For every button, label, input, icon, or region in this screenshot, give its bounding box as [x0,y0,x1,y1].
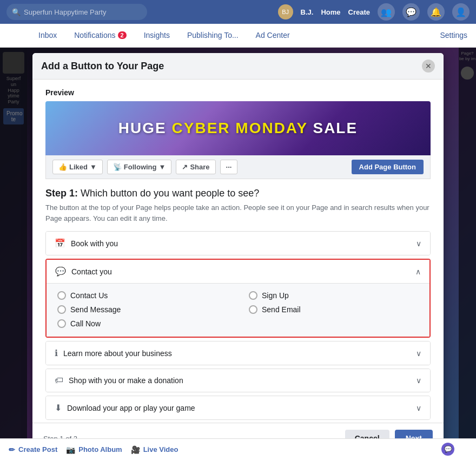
modal-header: Add a Button to Your Page ✕ [32,53,444,80]
accordion-learn-header[interactable]: ℹ Learn more about your business ∨ [46,341,430,365]
download-icon: ⬇ [55,403,62,413]
notifications-icon[interactable]: 🔔 [427,3,445,21]
photo-album-label: Photo Album [78,445,122,454]
live-video-label: Live Video [143,445,178,454]
photo-icon: 📷 [66,445,75,454]
chevron-up-icon: ∧ [415,267,421,276]
following-icon: 📡 [113,163,122,171]
secondary-navigation: Inbox Notifications 2 Insights Publishin… [0,24,476,48]
nav-create[interactable]: Create [348,8,370,16]
modal-close-button[interactable]: ✕ [422,60,435,73]
preview-banner: HUGE CYBER MONDAY SALE [45,101,431,155]
radio-sign-up-label: Sign Up [262,291,289,300]
accordion-book: 📅 Book with you ∨ [45,231,431,255]
nav-insights[interactable]: Insights [135,24,178,48]
liked-chevron: ▼ [90,163,97,171]
preview-actions: 👍 Liked ▼ 📡 Following ▼ ↗ Share ··· [45,155,431,179]
pencil-icon: ✏ [9,445,15,454]
accordion-download: ⬇ Download your app or play your game ∨ [45,396,431,420]
accordion-shop-label: Shop with you or make a donation [69,376,183,385]
search-bar[interactable]: 🔍 Superfun Happytime Party [6,4,147,20]
following-button[interactable]: 📡 Following ▼ [107,160,172,174]
nav-username: B.J. [301,8,314,16]
chat-icon: 💬 [55,266,66,277]
accordion-download-header[interactable]: ⬇ Download your app or play your game ∨ [46,396,430,419]
live-video-button[interactable]: 🎥 Live Video [131,445,178,454]
nav-right: BJ B.J. Home Create 👥 💬 🔔 👤 [278,3,470,21]
modal-title: Add a Button to Your Page [41,61,164,72]
add-button-modal: Add a Button to Your Page ✕ Preview HUGE… [32,53,444,454]
modal-body: Preview HUGE CYBER MONDAY SALE 👍 Liked ▼… [32,80,444,423]
liked-button[interactable]: 👍 Liked ▼ [52,160,103,174]
create-post-label: Create Post [18,445,57,454]
radio-circle [57,319,66,328]
following-chevron: ▼ [159,163,166,171]
thumbs-up-icon: 👍 [58,163,67,171]
bubble-icon: 💬 [444,445,452,453]
banner-huge: HUGE [118,120,172,136]
calendar-icon: 📅 [55,238,65,248]
more-button[interactable]: ··· [220,160,238,174]
accordion-learn: ℹ Learn more about your business ∨ [45,341,431,365]
create-post-button[interactable]: ✏ Create Post [9,445,57,454]
nav-publishing[interactable]: Publishing To... [178,24,247,48]
step-title-question: Which button do you want people to see? [81,188,259,199]
radio-circle [57,305,66,314]
nav-notifications[interactable]: Notifications 2 [65,24,135,48]
radio-call-now[interactable]: Call Now [57,319,227,328]
notifications-badge: 2 [118,31,127,39]
avatar[interactable]: BJ [278,4,293,19]
close-icon: ✕ [425,62,432,70]
info-icon: ℹ [55,348,58,358]
step-title: Step 1: Which button do you want people … [45,188,431,199]
accordion-download-label: Download your app or play your game [67,404,195,412]
banner-text: HUGE CYBER MONDAY SALE [118,120,358,137]
menu-icon[interactable]: 👤 [452,3,470,21]
banner-cyber: CYBER MONDAY [172,120,308,136]
nav-home[interactable]: Home [321,8,340,16]
radio-circle [249,305,257,314]
radio-send-email-label: Send Email [262,305,301,314]
top-navigation: 🔍 Superfun Happytime Party BJ B.J. Home … [0,0,476,24]
accordion-contact: 💬 Contact you ∧ Contact Us Sign Up [45,259,431,338]
radio-send-message[interactable]: Send Message [57,305,227,314]
search-icon: 🔍 [12,8,21,16]
nav-inbox[interactable]: Inbox [30,24,65,48]
share-button[interactable]: ↗ Share [176,160,215,174]
nav-settings[interactable]: Settings [431,24,476,48]
accordion-shop-header[interactable]: 🏷 Shop with you or make a donation ∨ [46,369,430,392]
photo-album-button[interactable]: 📷 Photo Album [66,445,122,454]
chevron-down-icon: ∨ [416,376,421,385]
preview-label: Preview [45,88,431,97]
radio-grid: Contact Us Sign Up Send Message Sen [57,291,419,328]
accordion-book-header[interactable]: 📅 Book with you ∨ [46,232,430,255]
video-icon: 🎥 [131,445,140,454]
radio-contact-us[interactable]: Contact Us [57,291,227,300]
bottom-bar: ✏ Create Post 📷 Photo Album 🎥 Live Video… [0,438,476,460]
accordion-contact-header[interactable]: 💬 Contact you ∧ [47,260,429,283]
radio-circle [57,291,66,300]
radio-send-email[interactable]: Send Email [249,305,419,314]
accordion-contact-label: Contact you [71,267,112,276]
share-icon: ↗ [182,163,188,171]
nav-ad-center[interactable]: Ad Center [247,24,299,48]
banner-sale: SALE [308,120,358,136]
accordion-shop: 🏷 Shop with you or make a donation ∨ [45,369,431,392]
contact-options: Contact Us Sign Up Send Message Sen [47,283,429,337]
radio-call-now-label: Call Now [70,319,101,328]
radio-sign-up[interactable]: Sign Up [249,291,419,300]
radio-circle [249,291,257,300]
notification-bubble: 💬 [441,443,454,456]
shop-icon: 🏷 [55,376,63,385]
step-description: The button at the top of your Page helps… [45,202,431,224]
accordion-book-label: Book with you [71,239,118,248]
accordion-learn-label: Learn more about your business [63,349,172,358]
chevron-down-icon: ∨ [416,404,421,412]
add-page-button[interactable]: Add Page Button [352,160,424,174]
messenger-icon[interactable]: 💬 [402,3,420,21]
radio-send-message-label: Send Message [70,305,121,314]
people-icon[interactable]: 👥 [378,3,395,21]
chevron-down-icon: ∨ [416,349,421,358]
radio-contact-us-label: Contact Us [70,291,108,300]
search-text: Superfun Happytime Party [24,8,106,16]
